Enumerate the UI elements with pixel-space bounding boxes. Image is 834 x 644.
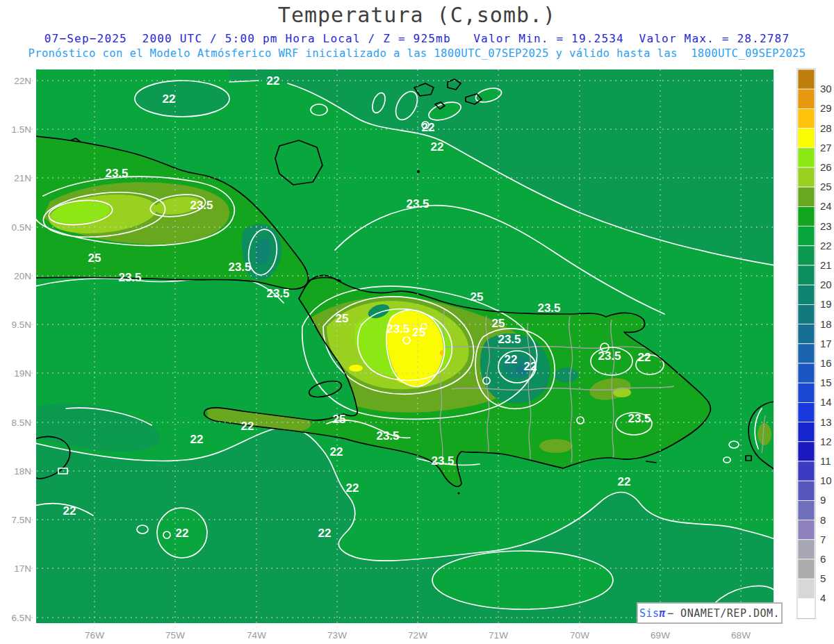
- colorbar-tick-label: 27: [820, 142, 832, 154]
- colorbar-tick-label: 21: [820, 259, 832, 271]
- hot-spot: [397, 374, 416, 383]
- contour-label: 22: [63, 504, 76, 518]
- lon-tick-label: 76W: [85, 630, 104, 641]
- colorbar-segment: [798, 206, 815, 226]
- colorbar-tick-label: 25: [820, 181, 832, 192]
- contour-label: 22: [431, 140, 444, 154]
- colorbar-segment: [798, 285, 815, 304]
- colorbar-tick-label: 23: [820, 220, 832, 232]
- colorbar-segment: [798, 442, 815, 461]
- islet-dot: [417, 170, 420, 173]
- colorbar-tick-label: 29: [820, 102, 832, 114]
- contour-label: 22: [163, 92, 176, 106]
- colorbar-tick-label: 19: [820, 298, 832, 310]
- contour-label: 25: [333, 413, 346, 426]
- colorbar-tick-label: 13: [820, 416, 832, 428]
- colorbar-tick-label: 24: [820, 200, 832, 212]
- contour-label: 23.5: [190, 199, 213, 212]
- contour-label: 25: [492, 317, 505, 330]
- branding-pi-icon: π: [660, 607, 667, 620]
- colorbar-tick-label: 11: [820, 455, 831, 467]
- contour-label: 22: [638, 351, 651, 364]
- cool-patch-east: [555, 368, 578, 383]
- colorbar-tick-label: 8: [820, 514, 826, 526]
- colorbar-segment: [798, 598, 815, 618]
- hot-spot: [349, 365, 363, 372]
- lat-tick-label: 7.5N: [11, 515, 31, 525]
- colorbar-tick-label: 5: [820, 572, 826, 584]
- contour-label: 23.5: [598, 349, 621, 363]
- colorbar-segment: [798, 481, 815, 500]
- contour-label: 22: [190, 433, 204, 446]
- lat-tick-label: 20N: [14, 271, 31, 281]
- lat-tick-label: 6.5N: [11, 613, 31, 623]
- colorbar-segment: [798, 69, 815, 89]
- lon-tick-label: 68W: [731, 630, 751, 641]
- warm-patch-southeast: [539, 439, 573, 453]
- colorbar-segment: [798, 148, 815, 167]
- colorbar-tick-label: 4: [820, 592, 826, 604]
- colorbar-segment: [798, 461, 815, 481]
- colorbar-tick-label: 26: [820, 161, 832, 173]
- contour-label: 23.5: [406, 197, 429, 210]
- islet-dot: [458, 493, 460, 495]
- lat-tick-label: 22N: [14, 76, 31, 86]
- contour-label: 22: [422, 121, 435, 134]
- contour-label: 25: [413, 326, 426, 339]
- lat-tick-label: 1.5N: [11, 124, 31, 135]
- contour-label: 23.5: [266, 287, 289, 300]
- lat-tick-label: 0.5N: [11, 222, 31, 233]
- colorbar-tick-label: 18: [820, 318, 832, 330]
- contour-label: 23.5: [376, 429, 399, 443]
- colorbar-segment: [798, 304, 815, 324]
- colorbar-segment: [798, 383, 815, 402]
- lon-tick-label: 71W: [489, 630, 508, 641]
- colorbar-segment: [798, 559, 815, 579]
- colorbar-segment: [798, 89, 815, 108]
- contour-label: 22: [505, 353, 518, 366]
- colorbar-tick-label: 15: [820, 377, 832, 388]
- contour-label: 22: [176, 527, 189, 540]
- lat-tick-label: 19N: [14, 368, 31, 379]
- branding-box: Sis π − ONAMET/REP.DOM.: [637, 602, 783, 624]
- contour-label: 22: [330, 445, 343, 459]
- contour-label: 23.5: [498, 333, 521, 346]
- contour-label: 25: [336, 312, 349, 325]
- colorbar: 3029282726252423222120191817161514131211…: [797, 69, 832, 619]
- colorbar-tick-label: 9: [820, 494, 826, 506]
- colorbar-segment: [798, 324, 815, 344]
- contour-label: 22: [618, 475, 631, 488]
- colorbar-tick-label: 22: [820, 240, 832, 251]
- lat-tick-label: 9.5N: [11, 320, 31, 330]
- lon-tick-label: 74W: [247, 630, 266, 641]
- contour-label: 22: [524, 360, 537, 373]
- lon-tick-label: 73W: [327, 630, 347, 641]
- colorbar-segment: [798, 187, 815, 206]
- colorbar-segment: [798, 540, 815, 559]
- contour-label: 23.5: [228, 261, 251, 274]
- warm-patch-pr: [758, 423, 771, 445]
- lon-tick-label: 75W: [165, 630, 185, 641]
- colorbar-tick-label: 6: [820, 553, 826, 565]
- map-plot-area: 2222222223.523.523.52523.523.523.52523.5…: [35, 69, 775, 623]
- lat-tick-label: 17N: [14, 563, 31, 574]
- contour-label: 25: [471, 290, 484, 304]
- lon-tick-label: 70W: [570, 630, 589, 641]
- colorbar-segment: [798, 520, 815, 540]
- colorbar-segment: [798, 246, 815, 265]
- colorbar-segment: [798, 579, 815, 598]
- lon-tick-label: 69W: [651, 630, 670, 641]
- branding-sis: Sis: [639, 607, 660, 620]
- lat-tick-label: 21N: [14, 173, 31, 183]
- lon-tick-label: 72W: [408, 630, 427, 641]
- cool-patch-jamaica: [44, 452, 61, 463]
- colorbar-segment: [798, 363, 815, 383]
- colorbar-tick-label: 28: [820, 122, 832, 134]
- colorbar-tick-label: 17: [820, 338, 832, 349]
- colorbar-tick-label: 20: [820, 279, 832, 290]
- colorbar-segment: [798, 344, 815, 363]
- contour-label: 22: [318, 527, 332, 540]
- contour-label: 22: [267, 74, 280, 88]
- contour-label: 23.5: [386, 322, 409, 336]
- colorbar-tick-label: 14: [820, 396, 832, 408]
